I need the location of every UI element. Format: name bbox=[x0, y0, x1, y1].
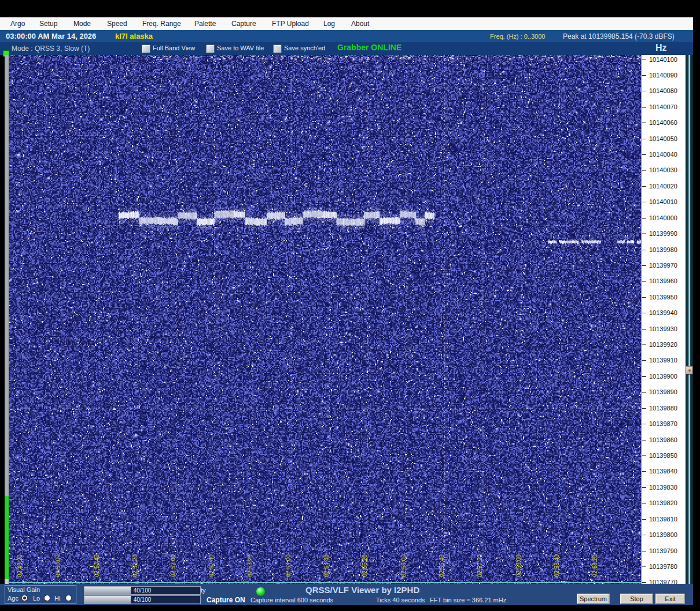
time-tick-label: 02:49:20 bbox=[17, 554, 23, 577]
freq-tick-mark bbox=[642, 535, 646, 535]
mode-bar: Mode : QRSS 3, Slow (T) Grabber ONLINE H… bbox=[0, 42, 693, 55]
time-tick-label: 02:52:40 bbox=[208, 554, 215, 577]
freq-axis-label: 10139870 bbox=[649, 420, 677, 428]
checkbox-label: Full Band View bbox=[153, 45, 195, 51]
visual-gain-option-label: Lo bbox=[33, 595, 40, 602]
peak-readout: Peak at 10139985.154 (-70.3 dBFS) bbox=[563, 32, 675, 40]
time-tick-label: 02:59:20 bbox=[592, 554, 598, 577]
freq-tick-mark bbox=[642, 376, 646, 377]
freq-tick-mark bbox=[642, 154, 646, 155]
freq-axis-label: 10139940 bbox=[649, 309, 677, 317]
slider-sensitivity[interactable]: 40/100 bbox=[84, 586, 201, 595]
frequency-axis: 1014010010140090101400801014007010140060… bbox=[641, 55, 686, 584]
freq-tick-mark bbox=[642, 281, 646, 282]
freq-tick-mark bbox=[642, 91, 646, 91]
freq-axis-label: 10139860 bbox=[649, 436, 677, 444]
visual-gain-group: Visual Gain AgcLoHi bbox=[5, 585, 76, 604]
freq-axis-label: 10140080 bbox=[649, 87, 677, 95]
menu-item-freq-range[interactable]: Freq. Range bbox=[142, 17, 181, 30]
freq-axis-label: 10139840 bbox=[649, 468, 677, 475]
exit-button[interactable]: Exit bbox=[655, 594, 685, 604]
freq-axis-label: 10139910 bbox=[649, 357, 677, 364]
menu-item-mode[interactable]: Mode bbox=[73, 17, 91, 30]
freq-tick-mark bbox=[642, 424, 646, 424]
freq-tick-mark bbox=[642, 107, 646, 108]
freq-axis-label: 10139890 bbox=[649, 388, 677, 396]
freq-tick-mark bbox=[642, 139, 646, 139]
freq-tick-mark bbox=[642, 313, 646, 313]
freq-axis-label: 10139790 bbox=[649, 547, 677, 555]
menu-item-about[interactable]: About bbox=[351, 17, 369, 30]
menu-item-argo[interactable]: Argo bbox=[10, 17, 25, 30]
time-tick-label: 02:51:20 bbox=[132, 554, 138, 577]
freq-tick-mark bbox=[642, 329, 646, 329]
time-tick-label: 02:50:00 bbox=[55, 554, 61, 577]
freq-axis-label: 10140010 bbox=[649, 198, 677, 206]
freq-tick-mark bbox=[642, 218, 646, 219]
freq-axis-label: 10139780 bbox=[649, 563, 677, 571]
checkbox-full-band-view[interactable] bbox=[142, 45, 150, 53]
freq-tick-mark bbox=[642, 202, 646, 202]
info-bar: 03:00:00 AM Mar 14, 2026 kl7l alaska Fre… bbox=[0, 30, 693, 42]
time-tick-label: 02:54:00 bbox=[285, 554, 292, 577]
freq-axis-label: 10139830 bbox=[649, 484, 677, 491]
freq-tick-mark bbox=[642, 503, 646, 503]
time-tick-label: 02:52:00 bbox=[170, 554, 176, 577]
axis-unit-label: Hz bbox=[655, 43, 667, 53]
status-bar: Visual Gain AgcLoHi Sensitivity Contrast… bbox=[0, 584, 693, 605]
menu-bar: ArgoSetupModeSpeedFreq. RangePaletteCapt… bbox=[0, 17, 693, 31]
radio-hi[interactable] bbox=[65, 595, 72, 601]
freq-axis-label: 10140040 bbox=[649, 151, 677, 158]
fft-bin-info: FFT bin size = 366.21 mHz bbox=[430, 597, 506, 603]
freq-axis-label: 10139970 bbox=[649, 262, 677, 269]
stop-button[interactable]: Stop bbox=[620, 594, 653, 604]
freq-tick-mark bbox=[642, 186, 646, 187]
capture-progress-fill bbox=[5, 496, 9, 579]
freq-tick-mark bbox=[642, 123, 646, 123]
checkbox-save-synch-ed[interactable] bbox=[273, 45, 282, 53]
time-tick-label: 02:58:00 bbox=[515, 554, 522, 577]
freq-axis-label: 10139990 bbox=[649, 230, 677, 238]
radio-agc[interactable] bbox=[21, 595, 28, 601]
time-tick-label: 02:57:20 bbox=[477, 554, 483, 577]
slider-value: 40/100 bbox=[84, 587, 200, 594]
scrollbar-thumb[interactable] bbox=[686, 366, 693, 375]
menu-item-capture[interactable]: Capture bbox=[231, 17, 256, 30]
spectrum-button[interactable]: Spectrum bbox=[577, 594, 610, 604]
capture-led bbox=[256, 587, 266, 597]
freq-tick-mark bbox=[642, 392, 646, 392]
freq-axis-label: 10140100 bbox=[649, 56, 677, 64]
freq-axis-label: 10139980 bbox=[649, 246, 677, 254]
freq-axis-label: 10140030 bbox=[649, 166, 677, 174]
freq-tick-mark bbox=[642, 75, 646, 76]
menu-item-speed[interactable]: Speed bbox=[107, 17, 127, 30]
capture-progress-tip bbox=[5, 579, 9, 584]
freq-tick-mark bbox=[642, 265, 646, 266]
slider-contrast[interactable]: 40/100 bbox=[84, 595, 201, 604]
freq-axis-label: 10140050 bbox=[649, 135, 677, 143]
freq-tick-mark bbox=[642, 582, 646, 583]
menu-item-setup[interactable]: Setup bbox=[39, 17, 57, 30]
frequency-scrollbar[interactable] bbox=[686, 55, 693, 584]
freq-tick-mark bbox=[642, 566, 646, 567]
menu-item-ftp-upload[interactable]: FTP Upload bbox=[272, 17, 309, 30]
freq-tick-mark bbox=[642, 551, 646, 551]
freq-axis-label: 10140090 bbox=[649, 72, 677, 79]
freq-axis-label: 10139820 bbox=[649, 499, 677, 507]
freq-axis-label: 10139800 bbox=[649, 531, 677, 539]
radio-lo[interactable] bbox=[44, 595, 50, 601]
freq-axis-label: 10140070 bbox=[649, 103, 677, 111]
time-tick-label: 02:56:00 bbox=[400, 554, 407, 577]
clock-date: 03:00:00 AM Mar 14, 2026 bbox=[6, 32, 96, 40]
argo-app-window: ArgoSetupModeSpeedFreq. RangePaletteCapt… bbox=[0, 0, 700, 611]
freq-tick-mark bbox=[642, 519, 646, 520]
menu-item-log[interactable]: Log bbox=[323, 17, 335, 30]
spectrogram-waterfall: 02:49:2002:50:0002:50:4002:51:2002:52:00… bbox=[9, 55, 641, 584]
menu-item-palette[interactable]: Palette bbox=[194, 17, 216, 30]
visual-gain-label: Visual Gain bbox=[8, 586, 40, 593]
checkbox-save-to-wav-file[interactable] bbox=[206, 45, 215, 53]
capture-status: Capture ON bbox=[207, 596, 245, 604]
app-title: QRSS/VLF Viewer by I2PHD bbox=[305, 585, 419, 595]
freq-axis-label: 10140020 bbox=[649, 183, 677, 190]
freq-tick-mark bbox=[642, 487, 646, 488]
